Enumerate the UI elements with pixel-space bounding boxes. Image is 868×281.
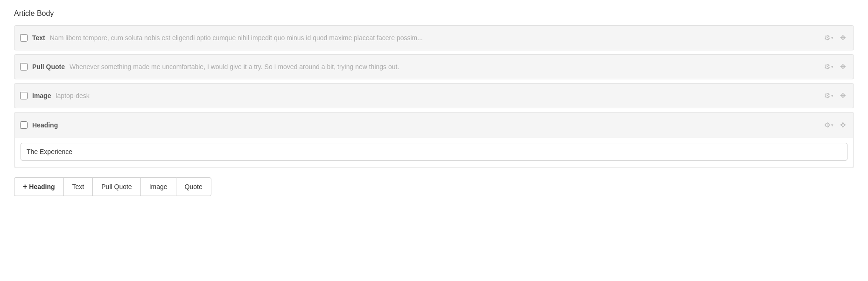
- block-type-label-heading: Heading: [32, 121, 58, 129]
- block-actions-pullquote: ⚙ ▾ ✥: [822, 61, 848, 73]
- drag-icon: ✥: [840, 91, 846, 99]
- chevron-down-icon: ▾: [831, 123, 833, 127]
- add-image-button[interactable]: Image: [140, 177, 176, 196]
- gear-icon: ⚙: [824, 34, 830, 42]
- drag-icon: ✥: [840, 63, 846, 70]
- chevron-down-icon: ▾: [831, 35, 833, 40]
- block-actions-image: ⚙ ▾ ✥: [822, 90, 848, 102]
- drag-handle-heading[interactable]: ✥: [838, 119, 848, 131]
- gear-button-heading[interactable]: ⚙ ▾: [822, 119, 835, 131]
- drag-icon: ✥: [840, 34, 846, 42]
- add-quote-button[interactable]: Quote: [176, 177, 211, 196]
- heading-text-input[interactable]: [21, 143, 847, 161]
- chevron-down-icon: ▾: [831, 93, 833, 98]
- block-actions-heading: ⚙ ▾ ✥: [822, 119, 848, 131]
- block-preview-image: laptop-desk: [56, 92, 822, 99]
- block-checkbox-text[interactable]: [20, 34, 28, 42]
- add-buttons-row: + Heading Text Pull Quote Image Quote: [14, 177, 854, 196]
- block-type-label-text: Text: [32, 34, 45, 42]
- gear-button-image[interactable]: ⚙ ▾: [822, 90, 835, 102]
- block-row-text: Text Nam libero tempore, cum soluta nobi…: [14, 25, 854, 50]
- add-pullquote-button[interactable]: Pull Quote: [92, 177, 140, 196]
- block-preview-text: Nam libero tempore, cum soluta nobis est…: [50, 34, 822, 42]
- gear-icon: ⚙: [824, 91, 830, 100]
- add-text-label: Text: [72, 183, 84, 190]
- drag-handle-text[interactable]: ✥: [838, 32, 848, 44]
- gear-icon: ⚙: [824, 121, 830, 129]
- gear-button-text[interactable]: ⚙ ▾: [822, 32, 835, 44]
- block-actions-text: ⚙ ▾ ✥: [822, 32, 848, 44]
- add-pullquote-label: Pull Quote: [101, 183, 132, 190]
- block-row-heading: Heading ⚙ ▾ ✥: [14, 112, 854, 168]
- add-heading-button[interactable]: + Heading: [14, 177, 63, 196]
- block-checkbox-image[interactable]: [20, 92, 28, 99]
- block-row-heading-header: Heading ⚙ ▾ ✥: [14, 112, 854, 138]
- gear-icon: ⚙: [824, 63, 830, 71]
- drag-icon: ✥: [840, 121, 846, 129]
- gear-button-pullquote[interactable]: ⚙ ▾: [822, 61, 835, 73]
- block-list: Text Nam libero tempore, cum soluta nobi…: [14, 25, 854, 168]
- add-quote-label: Quote: [185, 183, 203, 190]
- block-checkbox-pullquote[interactable]: [20, 63, 28, 70]
- block-type-label-pullquote: Pull Quote: [32, 63, 65, 70]
- page-title: Article Body: [14, 9, 854, 18]
- block-row-pullquote: Pull Quote Whenever something made me un…: [14, 54, 854, 79]
- block-checkbox-heading[interactable]: [20, 121, 28, 129]
- add-image-label: Image: [149, 183, 168, 190]
- plus-icon: +: [23, 183, 27, 191]
- block-type-label-image: Image: [32, 92, 51, 99]
- add-heading-label: Heading: [29, 183, 55, 190]
- block-preview-text-pullquote: Whenever something made me uncomfortable…: [70, 63, 822, 70]
- drag-handle-image[interactable]: ✥: [838, 90, 848, 102]
- drag-handle-pullquote[interactable]: ✥: [838, 61, 848, 73]
- chevron-down-icon: ▾: [831, 64, 833, 69]
- block-row-image: Image laptop-desk ⚙ ▾ ✥: [14, 83, 854, 108]
- add-text-button[interactable]: Text: [63, 177, 93, 196]
- block-expanded-body-heading: [15, 138, 853, 167]
